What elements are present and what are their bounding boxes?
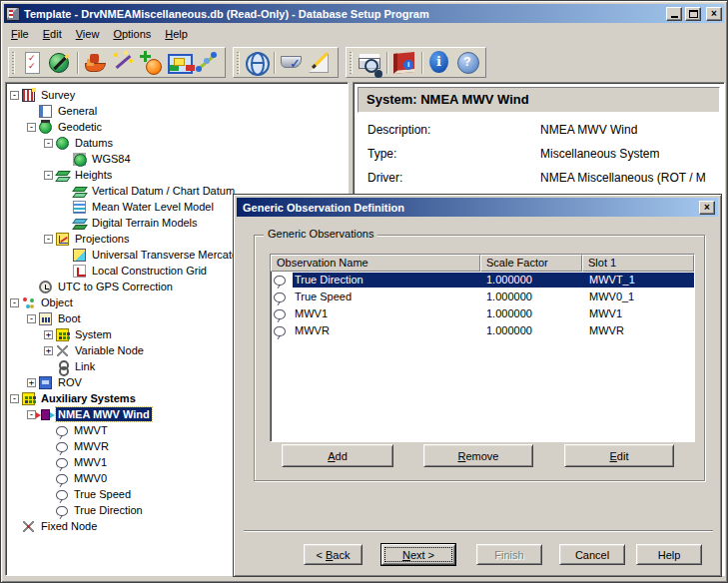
globe-icon[interactable]: [243, 49, 271, 76]
tree-item-label[interactable]: Boot: [56, 311, 83, 325]
detail-row-driver: Driver: NMEA Miscellaneous (ROT / M: [367, 171, 724, 185]
tree-item-label[interactable]: Survey: [39, 88, 77, 102]
column-header-slot-1[interactable]: Slot 1: [582, 255, 694, 272]
help-book-icon[interactable]: [390, 49, 418, 76]
tree-item-label[interactable]: Object: [39, 295, 75, 309]
tree-item-label[interactable]: Variable Node: [73, 343, 146, 357]
tree-item-label[interactable]: MWV0: [72, 471, 109, 485]
observation-row-true-speed[interactable]: True Speed1.000000MWV0_1: [271, 289, 694, 305]
tree-item-label[interactable]: Universal Transverse Mercator: [90, 248, 244, 262]
tree-indent: [44, 426, 53, 435]
observation-row-true-direction[interactable]: True Direction1.000000MWVT_1: [271, 272, 694, 289]
boat-icon[interactable]: [81, 49, 109, 76]
vessel-check-icon[interactable]: [278, 49, 306, 76]
tree-item-wgs84: WGS84: [6, 151, 348, 167]
help-icon[interactable]: [453, 49, 481, 76]
network-box-icon[interactable]: [165, 49, 193, 76]
tree-item-label[interactable]: General: [56, 104, 99, 118]
description-label: Description:: [367, 123, 540, 137]
tree-item-label[interactable]: ROV: [56, 375, 84, 389]
tree-item-label[interactable]: System: [73, 327, 114, 341]
print-preview-icon[interactable]: [356, 49, 383, 76]
system-panel-icon: [22, 392, 35, 405]
tree-item-label[interactable]: Projections: [73, 232, 131, 246]
edit-button[interactable]: Edit: [564, 444, 674, 467]
validate-icon[interactable]: [18, 49, 46, 76]
menu-file[interactable]: File: [4, 26, 36, 42]
tree-item-label[interactable]: Mean Water Level Model: [90, 200, 216, 214]
tree-item-label[interactable]: Local Construction Grid: [90, 264, 209, 278]
tree-item-label[interactable]: True Direction: [72, 503, 145, 517]
system-panel-title: System: NMEA MWV Wind: [358, 87, 720, 113]
observations-list[interactable]: Observation Name Scale Factor Slot 1 Tru…: [270, 254, 695, 442]
node-path-icon[interactable]: [193, 49, 221, 76]
tree-item-label[interactable]: True Speed: [72, 487, 133, 501]
expand-toggle[interactable]: +: [27, 378, 36, 387]
tree-item-label[interactable]: MWV1: [72, 455, 109, 469]
toolbar-separator: [386, 52, 387, 74]
add-button[interactable]: Add: [282, 444, 393, 467]
cell-slot: MWV1: [582, 306, 694, 321]
collapse-toggle[interactable]: -: [10, 298, 19, 307]
menu-view[interactable]: View: [69, 26, 107, 42]
tree-item-label[interactable]: Datums: [73, 136, 115, 150]
tree-item-label[interactable]: Heights: [73, 168, 114, 182]
toolbar-gripper[interactable]: [237, 52, 240, 74]
cancel-button[interactable]: Cancel: [559, 544, 625, 565]
info-icon[interactable]: [425, 49, 453, 76]
column-header-scale-factor[interactable]: Scale Factor: [480, 255, 582, 272]
column-header-observation-name[interactable]: Observation Name: [271, 255, 480, 272]
expand-toggle[interactable]: +: [44, 346, 53, 355]
observation-row-mwv1[interactable]: MWV11.000000MWV1: [271, 305, 694, 322]
toolbar-gripper[interactable]: [12, 52, 15, 74]
cell-name: MWVR: [293, 323, 480, 338]
collapse-toggle[interactable]: -: [27, 314, 36, 323]
menu-options[interactable]: Options: [106, 26, 158, 42]
toolbar-gripper[interactable]: [350, 52, 353, 74]
collapse-toggle[interactable]: -: [44, 235, 53, 244]
chart-icon: [56, 233, 69, 246]
rov-icon: [39, 376, 52, 389]
back-button[interactable]: < Back: [304, 544, 363, 565]
collapse-toggle[interactable]: -: [10, 394, 19, 403]
maximize-button[interactable]: [685, 7, 701, 21]
cell-name: True Direction: [293, 273, 480, 288]
tree-item-label[interactable]: WGS84: [90, 152, 133, 166]
collapse-toggle[interactable]: -: [27, 410, 36, 419]
wand-icon[interactable]: [109, 49, 137, 76]
remove-button[interactable]: Remove: [423, 444, 533, 467]
observation-bubble-icon: [274, 276, 286, 286]
observation-bubble-icon: [274, 309, 286, 319]
add-node-icon[interactable]: [137, 49, 165, 76]
dialog-close-button[interactable]: ×: [699, 201, 715, 215]
observation-row-mwvr[interactable]: MWVR1.000000MWVR: [271, 322, 694, 339]
tree-item-label[interactable]: MWVR: [72, 439, 111, 453]
collapse-toggle[interactable]: -: [44, 171, 53, 180]
globe-wand-icon[interactable]: [46, 49, 74, 76]
tree-item-label[interactable]: Geodetic: [56, 120, 104, 134]
menu-edit[interactable]: Edit: [36, 26, 69, 42]
tree-item-label[interactable]: Auxiliary Systems: [39, 391, 138, 405]
tree-item-label[interactable]: MWVT: [72, 423, 110, 437]
close-button[interactable]: ×: [706, 7, 722, 21]
collapse-toggle[interactable]: -: [10, 91, 19, 100]
tree-item-label[interactable]: Fixed Node: [39, 519, 99, 533]
collapse-toggle[interactable]: -: [27, 123, 36, 132]
tree-item-label[interactable]: Link: [73, 359, 97, 373]
help-button[interactable]: Help: [636, 544, 702, 565]
tree-item-label[interactable]: NMEA MWV Wind: [56, 407, 152, 421]
next-button[interactable]: Next >: [381, 544, 455, 565]
cell-slot: MWVT_1: [582, 273, 694, 288]
tree-item-label[interactable]: UTC to GPS Correction: [56, 280, 175, 293]
menu-help[interactable]: Help: [158, 26, 195, 42]
observation-bubble-icon: [56, 490, 68, 500]
expand-toggle[interactable]: +: [44, 330, 53, 339]
fixed-node-icon: [22, 520, 35, 533]
tree-item-label[interactable]: Digital Terrain Models: [90, 216, 200, 230]
finish-button[interactable]: Finish: [476, 544, 542, 565]
tree-item-label[interactable]: Vertical Datum / Chart Datum: [90, 184, 237, 198]
protractor-icon[interactable]: [306, 49, 334, 76]
collapse-toggle[interactable]: -: [44, 139, 53, 148]
minimize-button[interactable]: [666, 7, 682, 21]
waves-icon: [73, 201, 86, 214]
